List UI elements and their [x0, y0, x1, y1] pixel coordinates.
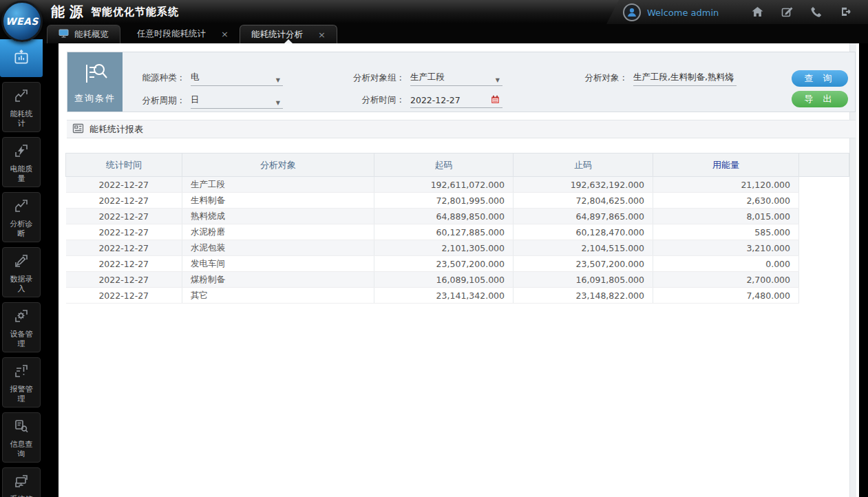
column-header-1: 统计时间	[66, 154, 182, 177]
sidebar-item-label: 能耗统计	[8, 109, 34, 129]
cell-r6-c3: 23,507,200.000	[374, 256, 514, 272]
cell-r3-c4: 64,897,865.000	[514, 209, 653, 224]
analysis-object-select[interactable]: 生产工段,生料制备,熟料烧▼	[633, 72, 737, 86]
analysis-object-value: 生产工段,生料制备,熟料烧	[633, 72, 733, 82]
analysis-object-label: 分析对象：	[582, 72, 628, 86]
edit-icon[interactable]	[781, 6, 794, 18]
field-energy-type: 能源种类：电▼	[133, 72, 283, 86]
trend-icon	[13, 87, 30, 107]
cell-filler	[799, 272, 849, 288]
tab-1[interactable]: 能耗概览	[47, 25, 120, 43]
sidebar-item-label: 设备管理	[8, 330, 34, 349]
column-header-5: 用能量	[653, 154, 799, 177]
sidebar-item-alarm-management[interactable]: 报警管理	[2, 357, 41, 408]
cell-r3-c1: 2022-12-27	[66, 209, 182, 224]
user-box: Welcome admin	[623, 2, 719, 23]
table-row: 2022-12-27熟料烧成64,889,850.00064,897,865.0…	[66, 209, 849, 224]
query-conditions-label: 查询条件	[74, 92, 116, 105]
gear-icon	[13, 308, 30, 327]
cell-r5-c2: 水泥包装	[182, 240, 374, 256]
cell-r6-c2: 发电车间	[182, 256, 374, 272]
analysis-time-date-input[interactable]: 2022-12-27	[410, 95, 502, 108]
energy-type-label: 能源种类：	[133, 72, 185, 86]
cell-filler	[799, 177, 849, 193]
analysis-time-value: 2022-12-27	[410, 95, 461, 105]
cell-r2-c5: 2,630.000	[653, 193, 799, 209]
cell-filler	[799, 256, 849, 272]
tab-3[interactable]: 能耗统计分析×	[240, 25, 337, 43]
trend-icon	[13, 198, 30, 217]
cell-r7-c5: 2,700.000	[653, 272, 799, 288]
cell-r7-c2: 煤粉制备	[182, 272, 374, 288]
dropdown-arrow-icon: ▼	[276, 100, 280, 106]
cell-r2-c2: 生料制备	[182, 193, 374, 209]
tab-label: 任意时段能耗统计	[137, 28, 206, 40]
lightning-icon	[13, 142, 30, 162]
sidebar-item-power-quality[interactable]: 电能质量	[2, 137, 41, 187]
cell-r4-c4: 60,128,470.000	[514, 224, 653, 240]
cell-r5-c4: 2,104,515.000	[514, 240, 653, 256]
cell-r1-c1: 2022-12-27	[66, 177, 182, 193]
analysis-period-select[interactable]: 日▼	[191, 94, 283, 109]
user-avatar-icon	[623, 3, 641, 21]
doc-search-icon	[13, 418, 30, 437]
monitor-icon	[59, 29, 69, 40]
cell-r3-c2: 熟料烧成	[182, 209, 374, 224]
close-tab-icon[interactable]: ×	[318, 30, 326, 40]
cell-r3-c3: 64,889,850.000	[374, 209, 514, 224]
cell-r6-c4: 23,507,200.000	[514, 256, 653, 272]
content-panel: 查询条件 能源种类：电▼分析周期：日▼分析对象组：生产工段▼分析时间：2022-…	[59, 43, 859, 497]
export-button[interactable]: 导 出	[792, 91, 848, 107]
field-analysis-object-group: 分析对象组：生产工段▼	[343, 72, 502, 86]
cell-r7-c4: 16,091,805.000	[514, 272, 653, 288]
energy-statistics-table: 统计时间分析对象起码止码用能量 2022-12-27生产工段192,611,07…	[65, 153, 849, 304]
sidebar-item-data-entry[interactable]: 数据录入	[2, 247, 41, 297]
table-row: 2022-12-27发电车间23,507,200.00023,507,200.0…	[66, 256, 849, 272]
sidebar-item-label: 信息查询	[8, 440, 34, 459]
cell-r3-c5: 8,015.000	[653, 209, 799, 224]
analysis-object-group-value: 生产工段	[410, 72, 445, 82]
cell-filler	[799, 193, 849, 209]
report-section-bar: 能耗统计报表	[67, 120, 856, 138]
column-header-4: 止码	[514, 154, 653, 177]
cell-r2-c3: 72,801,995.000	[374, 193, 514, 209]
logout-icon[interactable]	[840, 6, 853, 18]
home-icon[interactable]	[751, 6, 764, 18]
sidebar-item-label: 电能质量	[8, 165, 34, 184]
sidebar-home-button[interactable]	[0, 39, 43, 77]
calendar-icon[interactable]	[491, 95, 500, 106]
column-header-2: 分析对象	[182, 154, 374, 177]
analysis-period-value: 日	[191, 94, 200, 105]
dropdown-arrow-icon: ▼	[276, 77, 280, 83]
cell-r2-c4: 72,804,625.000	[514, 193, 653, 209]
cell-r8-c3: 23,141,342.000	[374, 288, 514, 304]
cell-r4-c2: 水泥粉磨	[182, 224, 374, 240]
sidebar-item-analysis-diagnosis[interactable]: 分析诊断	[2, 192, 41, 242]
top-action-icons	[751, 6, 853, 18]
phone-icon[interactable]	[810, 6, 823, 18]
tab-2[interactable]: 任意时段能耗统计×	[126, 25, 240, 43]
sidebar-item-system-management[interactable]: 系统管理	[2, 467, 41, 497]
cell-filler	[799, 240, 849, 256]
cell-r8-c5: 7,480.000	[653, 288, 799, 304]
search-button[interactable]: 查 询	[792, 70, 848, 87]
tab-label: 能耗统计分析	[251, 29, 303, 41]
energy-type-select[interactable]: 电▼	[191, 72, 283, 86]
sidebar-item-device-management[interactable]: 设备管理	[2, 302, 41, 352]
cell-r1-c3: 192,611,072.000	[374, 177, 514, 193]
weas-logo: WEAS	[1, 1, 43, 42]
query-form: 查询条件 能源种类：电▼分析周期：日▼分析对象组：生产工段▼分析时间：2022-…	[67, 52, 856, 112]
cell-r4-c3: 60,127,885.000	[374, 224, 514, 240]
close-tab-icon[interactable]: ×	[221, 29, 229, 39]
cell-r4-c5: 585.000	[653, 224, 799, 240]
sidebar-item-label: 数据录入	[8, 275, 34, 294]
cell-r8-c4: 23,148,822.000	[514, 288, 653, 304]
sidebar-item-energy-statistics[interactable]: 能耗统计	[2, 82, 41, 132]
table-row: 2022-12-27其它23,141,342.00023,148,822.000…	[66, 288, 849, 304]
screen-icon	[13, 473, 30, 492]
app-title-sub: 智能优化节能系统	[91, 6, 179, 19]
energy-type-value: 电	[191, 72, 200, 82]
sidebar: 能耗统计电能质量分析诊断数据录入设备管理报警管理信息查询系统管理	[0, 39, 43, 497]
analysis-object-group-select[interactable]: 生产工段▼	[410, 72, 502, 86]
sidebar-item-info-query[interactable]: 信息查询	[2, 412, 41, 463]
